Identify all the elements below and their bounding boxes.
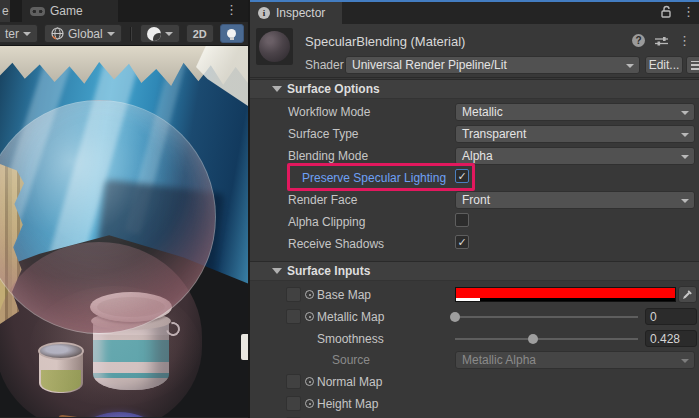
game-view-panel: e Game ⋮ ter Global: [0, 0, 248, 418]
help-icon[interactable]: ?: [632, 34, 645, 47]
tab-inspector[interactable]: i Inspector: [250, 2, 342, 24]
blending-mode-row: Blending Mode Alpha: [250, 145, 699, 167]
smoothness-slider[interactable]: [455, 338, 638, 340]
height-map-label: Height Map: [317, 397, 378, 411]
pivot-dropdown-button[interactable]: ter: [0, 24, 38, 43]
unlock-icon[interactable]: [660, 5, 672, 18]
material-title: SpecularBlending (Material): [305, 34, 465, 49]
inspector-panel: i Inspector ⋮ SpecularBlending (Material…: [250, 0, 699, 418]
surface-type-row: Surface Type Transparent: [250, 123, 699, 145]
edit-button-label: Edit...: [649, 58, 680, 72]
normal-map-row: Normal Map: [250, 371, 699, 393]
surface-options-title: Surface Options: [287, 82, 380, 96]
global-dropdown-button[interactable]: Global: [44, 24, 122, 43]
render-face-dropdown[interactable]: Front: [455, 191, 695, 209]
eyedropper-button[interactable]: [678, 286, 697, 303]
next-map-row-partial: [250, 414, 699, 418]
foldout-triangle-icon: [272, 86, 282, 92]
smoothness-value-field[interactable]: 0.428: [645, 330, 697, 347]
tab-scene-partial-label: e: [2, 4, 9, 18]
surface-inputs-header[interactable]: Surface Inputs: [250, 261, 699, 281]
height-map-row: Height Map: [250, 393, 699, 415]
receive-shadows-label: Receive Shadows: [288, 237, 384, 251]
height-map-texture-slot[interactable]: [286, 396, 301, 411]
preserve-specular-checkbox[interactable]: ✓: [455, 169, 469, 183]
smoothness-row: Smoothness 0.428: [250, 328, 699, 350]
metallic-value-field[interactable]: 0: [645, 308, 697, 325]
shader-value: Universal Render Pipeline/Lit: [352, 58, 507, 72]
metallic-slider[interactable]: [455, 316, 638, 318]
surface-type-label: Surface Type: [288, 127, 359, 141]
scene-lighting-toggle-button[interactable]: [220, 24, 244, 43]
tab-game[interactable]: Game: [22, 0, 118, 22]
source-value: Metallic Alpha: [462, 353, 536, 367]
game-tabbar: e Game ⋮: [0, 0, 248, 22]
hamburger-icon: [691, 61, 699, 70]
globe-icon: [51, 27, 64, 40]
surface-inputs-title: Surface Inputs: [287, 264, 370, 278]
blending-mode-value: Alpha: [462, 149, 493, 163]
chevron-down-icon: [165, 32, 173, 36]
object-picker-icon[interactable]: [305, 377, 314, 386]
base-map-label: Base Map: [317, 288, 371, 302]
material-menu-icon[interactable]: ⋮: [678, 34, 691, 47]
workflow-mode-row: Workflow Mode Metallic: [250, 101, 699, 123]
alpha-clipping-label: Alpha Clipping: [288, 215, 365, 229]
game-tab-menu-icon[interactable]: ⋮: [225, 2, 238, 17]
inspector-menu-icon[interactable]: ⋮: [682, 5, 695, 18]
blending-mode-label: Blending Mode: [288, 149, 368, 163]
base-map-row: Base Map: [250, 284, 699, 306]
surface-type-dropdown[interactable]: Transparent: [455, 125, 695, 143]
material-header: SpecularBlending (Material) ? ⋮ Shader U…: [250, 24, 699, 78]
alpha-clipping-checkbox[interactable]: [455, 213, 469, 227]
scene-toolbar: ter Global 2D: [0, 22, 248, 46]
edit-shader-button[interactable]: Edit...: [645, 56, 683, 74]
tab-inspector-label: Inspector: [276, 6, 325, 20]
smoothness-source-row: Source Metallic Alpha: [250, 349, 699, 371]
preserve-specular-label: Preserve Specular Lighting: [302, 171, 446, 185]
surface-type-value: Transparent: [462, 127, 526, 141]
chevron-down-icon: [107, 32, 115, 36]
shader-dropdown[interactable]: Universal Render Pipeline/Lit: [345, 56, 640, 74]
normal-map-label: Normal Map: [317, 375, 382, 389]
tab-scene-partial[interactable]: e: [0, 0, 10, 22]
source-dropdown: Metallic Alpha: [455, 351, 695, 369]
workflow-mode-dropdown[interactable]: Metallic: [455, 103, 695, 121]
metallic-map-texture-slot[interactable]: [286, 309, 301, 324]
object-picker-icon[interactable]: [305, 290, 314, 299]
base-map-color-swatch[interactable]: [455, 287, 676, 302]
smoothness-label: Smoothness: [317, 332, 384, 346]
inspector-tabbar: i Inspector ⋮: [250, 2, 699, 24]
object-picker-icon[interactable]: [305, 312, 314, 321]
global-label: Global: [68, 27, 103, 41]
material-preview-thumbnail[interactable]: [256, 28, 293, 65]
shader-extra-menu-button[interactable]: [686, 56, 699, 74]
metallic-slider-handle[interactable]: [450, 312, 460, 322]
gamepad-icon: [30, 7, 45, 16]
unity-editor-window: e Game ⋮ ter Global: [0, 0, 699, 418]
scene-white-object: [241, 334, 248, 360]
toolbar-separator: [130, 27, 132, 41]
metallic-map-label: Metallic Map: [317, 310, 384, 324]
info-icon: i: [258, 7, 270, 19]
chevron-down-icon: [23, 32, 31, 36]
shaded-sphere-icon: [147, 27, 161, 41]
shader-label: Shader: [305, 58, 345, 72]
object-picker-icon[interactable]: [305, 399, 314, 408]
scene-render-viewport[interactable]: [0, 46, 248, 417]
source-label: Source: [332, 353, 370, 367]
surface-options-header[interactable]: Surface Options: [250, 79, 699, 99]
shading-mode-dropdown-button[interactable]: [140, 24, 180, 43]
normal-map-texture-slot[interactable]: [286, 374, 301, 389]
smoothness-slider-handle[interactable]: [528, 334, 538, 344]
workflow-mode-label: Workflow Mode: [288, 105, 370, 119]
tab-game-label: Game: [50, 4, 83, 18]
presets-icon[interactable]: [655, 35, 668, 47]
base-map-texture-slot[interactable]: [286, 287, 301, 302]
toggle-2d-button[interactable]: 2D: [186, 24, 214, 43]
blending-mode-dropdown[interactable]: Alpha: [455, 147, 695, 165]
render-face-label: Render Face: [288, 193, 357, 207]
metallic-map-row: Metallic Map 0: [250, 306, 699, 328]
foldout-triangle-icon: [272, 268, 282, 274]
receive-shadows-checkbox[interactable]: ✓: [455, 235, 469, 249]
